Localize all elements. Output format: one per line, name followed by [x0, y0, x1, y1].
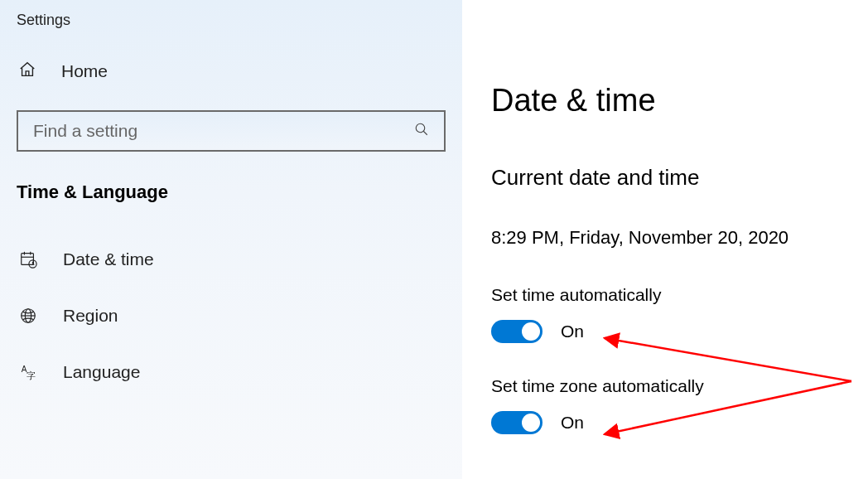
set-timezone-auto-row: On: [491, 411, 851, 434]
svg-rect-2: [22, 254, 34, 265]
svg-line-15: [605, 338, 851, 381]
set-time-auto-toggle[interactable]: [491, 320, 542, 343]
settings-sidebar: Settings Home Find a setting Time & Lang…: [0, 0, 462, 479]
set-timezone-auto-label: Set time zone automatically: [491, 376, 851, 396]
current-datetime-header: Current date and time: [491, 165, 851, 191]
toggle-state: On: [561, 322, 584, 341]
section-title: Time & Language: [0, 181, 462, 231]
app-title: Settings: [0, 7, 462, 52]
nav-language[interactable]: A 字 Language: [0, 344, 462, 400]
language-icon: A 字: [18, 362, 38, 382]
page-title: Date & time: [491, 83, 851, 119]
search-placeholder: Find a setting: [33, 121, 137, 141]
set-time-auto-label: Set time automatically: [491, 285, 851, 305]
nav-label: Region: [63, 306, 118, 326]
globe-icon: [18, 306, 38, 326]
calendar-clock-icon: [18, 249, 38, 269]
home-icon: [18, 60, 36, 82]
nav-label: Date & time: [63, 249, 154, 269]
search-input[interactable]: Find a setting: [17, 110, 446, 152]
toggle-state: On: [561, 413, 584, 433]
set-timezone-auto-toggle[interactable]: [491, 411, 542, 434]
search-icon: [414, 122, 429, 140]
svg-line-8: [33, 264, 35, 265]
nav-region[interactable]: Region: [0, 288, 462, 344]
home-label: Home: [61, 61, 108, 81]
svg-line-1: [423, 131, 427, 135]
current-datetime-value: 8:29 PM, Friday, November 20, 2020: [491, 227, 851, 249]
home-nav[interactable]: Home: [0, 52, 462, 105]
main-content: Date & time Current date and time 8:29 P…: [462, 0, 868, 479]
svg-text:字: 字: [27, 370, 36, 380]
set-time-auto-row: On: [491, 320, 851, 343]
nav-date-time[interactable]: Date & time: [0, 231, 462, 288]
svg-point-0: [416, 123, 425, 133]
nav-label: Language: [63, 362, 140, 382]
